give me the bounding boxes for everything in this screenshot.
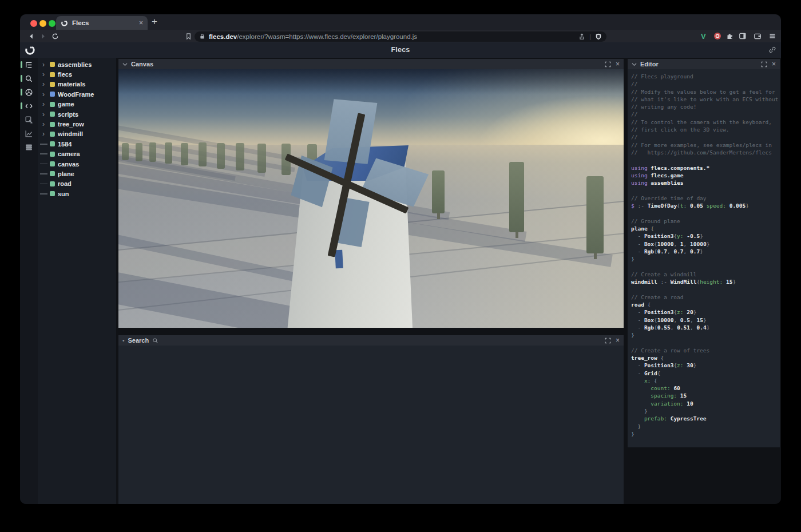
active-indicator — [21, 61, 22, 68]
canvas-3d-view[interactable] — [118, 69, 624, 328]
browser-tab[interactable]: Flecs × — [56, 16, 148, 30]
tree-item-WoodFrame[interactable]: ›WoodFrame — [38, 89, 116, 99]
expand-chevron-icon[interactable]: › — [40, 81, 47, 87]
cypress-tree — [122, 143, 129, 160]
tree-trunk — [516, 232, 518, 238]
logs-tool-icon[interactable] — [20, 140, 38, 154]
share-link-icon[interactable] — [768, 46, 776, 54]
expand-chevron-icon[interactable]: › — [40, 62, 47, 68]
canvas-panel-header[interactable]: Canvas × — [118, 59, 624, 69]
expand-chevron-icon[interactable]: › — [40, 92, 47, 97]
active-indicator — [21, 102, 22, 109]
tree-item-scripts[interactable]: ›scripts — [38, 109, 116, 119]
expand-icon[interactable] — [605, 338, 611, 344]
tree-item-tree_row[interactable]: ›tree_row — [38, 119, 116, 129]
share-icon[interactable] — [578, 33, 585, 40]
tree-item-1584[interactable]: 1584 — [38, 139, 116, 149]
entity-color-swatch — [50, 62, 55, 67]
expand-icon[interactable] — [605, 61, 611, 68]
bookmark-sidebar-icon[interactable] — [185, 33, 192, 40]
red-extension-icon[interactable] — [713, 32, 721, 40]
tree-item-assemblies[interactable]: ›assemblies — [38, 59, 116, 69]
cypress-tree — [199, 142, 207, 166]
search-icon — [152, 338, 158, 344]
url-bar[interactable]: flecs.dev/explorer/?wasm=https://www.fle… — [195, 31, 606, 42]
editor-panel-title: Editor — [640, 61, 659, 68]
entity-color-swatch — [50, 152, 55, 157]
close-window-button[interactable] — [30, 20, 37, 27]
tree-item-game[interactable]: ›game — [38, 100, 116, 109]
leaf-dash-icon — [40, 144, 47, 145]
expand-chevron-icon[interactable]: › — [40, 131, 47, 137]
chevron-down-icon[interactable] — [122, 62, 128, 66]
scene-tool-icon[interactable] — [20, 85, 38, 99]
minimize-window-button[interactable] — [39, 20, 46, 27]
brave-shield-icon[interactable] — [595, 33, 602, 40]
search-panel-body[interactable] — [118, 346, 624, 504]
cypress-tree — [136, 143, 142, 161]
tree-item-canvas[interactable]: canvas — [38, 159, 116, 169]
expand-chevron-icon[interactable]: › — [40, 72, 47, 77]
url-path: /explorer/?wasm=https://www.flecs.dev/ex… — [237, 33, 417, 40]
wallet-icon[interactable] — [754, 32, 762, 40]
chevron-down-icon[interactable] — [632, 62, 637, 66]
tree-item-materials[interactable]: ›materials — [38, 80, 116, 89]
tree-item-label: plane — [58, 170, 74, 177]
reload-icon[interactable] — [51, 33, 59, 40]
editor-panel-header[interactable]: Editor × — [628, 59, 780, 69]
tree-item-plane[interactable]: plane — [38, 169, 116, 178]
expand-chevron-icon[interactable]: › — [40, 101, 47, 107]
tree-item-camera[interactable]: camera — [38, 149, 116, 159]
code-tool-icon[interactable] — [20, 99, 38, 113]
new-tab-button[interactable]: + — [152, 16, 157, 27]
zoom-window-button[interactable] — [49, 20, 55, 27]
vue-devtools-icon[interactable]: V — [701, 32, 706, 41]
tree-item-road[interactable]: road — [38, 179, 116, 189]
tree-item-flecs[interactable]: ›flecs — [38, 69, 116, 79]
main-content: ›assemblies›flecs›materials›WoodFrame›ga… — [20, 58, 781, 504]
tree-item-label: flecs — [58, 71, 72, 78]
search-tool-icon[interactable] — [20, 72, 38, 85]
back-icon[interactable] — [27, 33, 35, 40]
tree-item-label: assemblies — [58, 61, 92, 68]
entity-color-swatch — [50, 171, 55, 176]
inspect-tool-icon[interactable] — [20, 113, 38, 126]
forward-icon[interactable] — [39, 33, 47, 40]
expand-chevron-icon[interactable]: › — [40, 121, 47, 127]
search-panel-header[interactable]: • Search × — [118, 335, 624, 346]
tree-item-label: WoodFrame — [58, 91, 94, 98]
close-icon[interactable]: × — [616, 61, 620, 68]
entity-tree: ›assemblies›flecs›materials›WoodFrame›ga… — [38, 58, 116, 504]
outliner-tool-icon[interactable] — [20, 58, 38, 72]
close-icon[interactable]: × — [772, 61, 776, 68]
side-panel-icon[interactable] — [739, 32, 747, 40]
cypress-tree — [217, 143, 225, 169]
tree-item-label: road — [58, 180, 72, 187]
tab-bar: Flecs × + — [20, 14, 781, 30]
browser-window: Flecs × + flecs.dev/explorer/?wasm=https… — [20, 14, 781, 504]
extensions-puzzle-icon[interactable] — [726, 32, 734, 40]
entity-color-swatch — [50, 181, 55, 186]
tree-item-sun[interactable]: sun — [38, 189, 116, 198]
tree-item-label: materials — [58, 81, 85, 88]
menu-hamburger-icon[interactable] — [768, 32, 776, 40]
leaf-dash-icon — [40, 153, 47, 154]
expand-chevron-icon[interactable]: › — [40, 112, 47, 117]
stats-tool-icon[interactable] — [20, 126, 38, 140]
cypress-tree — [257, 144, 266, 173]
urlbar-separator: | — [589, 33, 591, 40]
expand-icon[interactable] — [761, 61, 767, 68]
entity-color-swatch — [50, 122, 55, 127]
entity-color-swatch — [50, 141, 55, 146]
leaf-dash-icon — [40, 184, 47, 185]
close-icon[interactable]: × — [616, 337, 620, 344]
cypress-tree — [149, 142, 156, 162]
page-title: Flecs — [20, 46, 781, 54]
editor-code[interactable]: // Flecs playground//// Modify the value… — [628, 69, 780, 447]
entity-color-swatch — [50, 92, 55, 97]
tab-close-icon[interactable]: × — [139, 19, 143, 27]
tree-trunk — [437, 213, 440, 219]
leaf-dash-icon — [40, 193, 47, 194]
tree-item-windmill[interactable]: ›windmill — [38, 129, 116, 139]
active-indicator — [21, 75, 22, 82]
